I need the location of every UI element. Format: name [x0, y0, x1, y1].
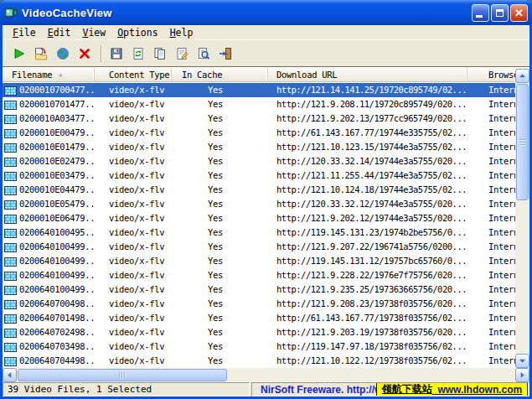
menu-item-file[interactable]: File [7, 26, 42, 39]
refresh-button[interactable] [128, 44, 148, 64]
browser-cell: Intern [467, 225, 515, 240]
table-row[interactable]: 0200640704498...video/x-flvYeshttp://121… [3, 354, 515, 368]
vertical-scrollbar[interactable] [515, 69, 529, 368]
table-row[interactable]: 0200010E01479...video/x-flvYeshttp://121… [3, 140, 515, 154]
exit-button[interactable] [215, 44, 235, 64]
scroll-right-button[interactable] [515, 368, 529, 382]
horizontal-scrollbar[interactable] [3, 368, 529, 382]
table-row[interactable]: 0200010E06479...video/x-flvYeshttp://121… [3, 211, 515, 225]
download-url-cell: http://121.9.208.11/19720c895749/020... [268, 97, 467, 111]
properties-icon [175, 47, 189, 60]
nirsoft-freeware-text: NirSoft Freeware. http://w [261, 384, 382, 396]
in-cache-cell: Yes [172, 168, 268, 183]
copy-selected-files-button[interactable] [31, 44, 51, 64]
minimize-icon [476, 15, 483, 18]
open-download-url-button[interactable] [53, 44, 73, 64]
browser-cell: Intern [467, 140, 515, 154]
filename-cell: 0200010E06479... [3, 211, 95, 225]
menu-item-edit[interactable]: Edit [42, 26, 77, 39]
arrow-left-icon [6, 371, 13, 379]
column-header-in-cache[interactable]: In Cache [172, 68, 268, 81]
film-strip-icon [4, 100, 17, 109]
scroll-up-button[interactable] [515, 69, 529, 83]
table-row[interactable]: 0200010A03477...video/x-flvYeshttp://121… [3, 111, 515, 126]
table-header: Filename ▲ Content Type In Cache Downloa… [3, 68, 515, 82]
table-row[interactable]: 0200010E05479...video/x-flvYeshttp://120… [3, 197, 515, 211]
menu-item-help[interactable]: Help [164, 26, 199, 39]
copy-button[interactable] [150, 44, 170, 64]
delete-button[interactable] [75, 44, 95, 64]
table-row[interactable]: 0200640703498...video/x-flvYeshttp://119… [3, 339, 515, 354]
delete-icon [78, 47, 91, 60]
table-row[interactable]: 0200640100499...video/x-flvYeshttp://119… [3, 254, 515, 268]
title-bar[interactable]: VideoCacheView ✕ [0, 0, 532, 25]
content-type-cell: video/x-flv [95, 111, 172, 126]
browser-cell: Intern [467, 325, 515, 339]
film-strip-icon [4, 328, 17, 337]
download-url-cell: http://119.147.97.18/19738f035756/02... [268, 339, 467, 354]
exit-icon [219, 47, 232, 60]
in-cache-cell: Yes [172, 254, 268, 268]
horizontal-scroll-thumb[interactable] [18, 369, 227, 381]
table-row[interactable]: 0200010E03479...video/x-flvYeshttp://121… [3, 168, 515, 183]
browser-cell: Intern [467, 168, 515, 183]
status-panel-right: NirSoft Freeware. http://w 领航下载站_www.lhd… [251, 382, 529, 396]
table-row[interactable]: 0200640702498...video/x-flvYeshttp://121… [3, 325, 515, 339]
vertical-scroll-thumb[interactable] [516, 84, 529, 200]
table-row[interactable]: 0200010701477...video/x-flvYeshttp://121… [3, 97, 515, 111]
in-cache-cell: Yes [172, 240, 268, 254]
properties-button[interactable] [172, 44, 192, 64]
content-type-cell: video/x-flv [95, 183, 172, 197]
column-header-download-url[interactable]: Download URL [268, 68, 467, 81]
content-type-cell: video/x-flv [95, 325, 172, 339]
in-cache-cell: Yes [172, 140, 268, 154]
download-url-cell: http://61.143.167.77/19738f035756/02... [268, 311, 467, 325]
scroll-left-button[interactable] [3, 368, 17, 382]
table-row[interactable]: 0200640700498...video/x-flvYeshttp://121… [3, 297, 515, 311]
download-url-cell: http://121.9.203.19/19738f035756/020... [268, 325, 467, 339]
content-type-cell: video/x-flv [95, 297, 172, 311]
menu-item-options[interactable]: Options [111, 26, 163, 39]
table-row[interactable]: 0200010E02479...video/x-flvYeshttp://120… [3, 154, 515, 168]
save-button[interactable] [106, 44, 127, 64]
column-header-browser[interactable]: Browse [467, 68, 515, 81]
maximize-button[interactable] [491, 4, 509, 22]
table-row[interactable]: 0200640701498...video/x-flvYeshttp://61.… [3, 311, 515, 325]
column-header-content-type[interactable]: Content Type [95, 68, 172, 81]
content-type-cell: video/x-flv [95, 268, 172, 282]
in-cache-cell: Yes [172, 282, 268, 297]
menu-item-view[interactable]: View [76, 26, 111, 39]
table-row[interactable]: 0200010700477...video/x-flvYeshttp://121… [3, 83, 515, 97]
filename-cell: 0200640701498... [3, 311, 95, 325]
copy-icon [153, 47, 167, 60]
column-label: Filename [12, 70, 52, 80]
filename-cell: 0200010E04479... [3, 183, 95, 197]
table-row[interactable]: 0200640100499...video/x-flvYeshttp://121… [3, 282, 515, 297]
table-row[interactable]: 0200010E04479...video/x-flvYeshttp://121… [3, 183, 515, 197]
download-url-cell: http://121.9.202.13/1977cc965749/020... [268, 111, 467, 126]
find-button[interactable] [194, 44, 214, 64]
play-button[interactable] [9, 44, 29, 64]
lhdown-ad-badge[interactable]: 领航下载站_www.lhdown.com [376, 382, 528, 396]
close-button[interactable]: ✕ [510, 4, 528, 22]
film-strip-icon [4, 314, 17, 323]
in-cache-cell: Yes [172, 97, 268, 111]
column-label: In Cache [182, 70, 222, 80]
table-row[interactable]: 0200640100495...video/x-flvYeshttp://119… [3, 225, 515, 240]
badge-chinese-text: 领航下载站 [382, 382, 432, 396]
film-strip-icon [4, 271, 17, 280]
scroll-down-button[interactable] [515, 354, 529, 368]
column-header-filename[interactable]: Filename ▲ [3, 68, 95, 81]
film-strip-icon [4, 214, 17, 223]
download-url-cell: http://121.9.202.12/19744e3a5755/020... [268, 211, 467, 225]
in-cache-cell: Yes [172, 297, 268, 311]
in-cache-cell: Yes [172, 126, 268, 140]
download-url-cell: http://121.9.207.22/196741a5756/0200... [268, 240, 467, 254]
table-row[interactable]: 0200640100499...video/x-flvYeshttp://121… [3, 268, 515, 282]
filename-cell: 0200640100499... [3, 240, 95, 254]
minimize-button[interactable] [472, 4, 489, 22]
table-row[interactable]: 0200010E00479...video/x-flvYeshttp://61.… [3, 126, 515, 140]
content-type-cell: video/x-flv [95, 354, 172, 368]
in-cache-cell: Yes [172, 111, 268, 126]
table-row[interactable]: 0200640100499...video/x-flvYeshttp://121… [3, 240, 515, 254]
